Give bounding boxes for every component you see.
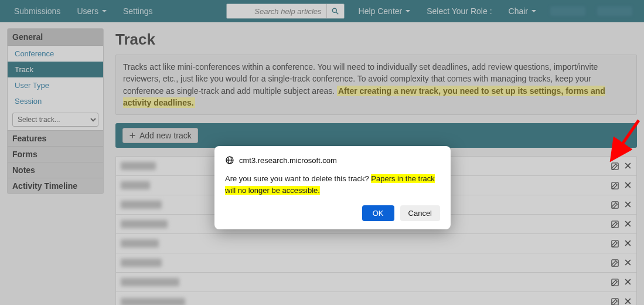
dialog-site: cmt3.research.microsoft.com <box>239 156 337 165</box>
ok-button[interactable]: OK <box>362 205 394 221</box>
cancel-button[interactable]: Cancel <box>400 205 440 221</box>
dialog-message: Are you sure you want to delete this tra… <box>225 173 440 196</box>
globe-icon <box>225 155 234 165</box>
confirm-dialog: cmt3.research.microsoft.com Are you sure… <box>214 146 451 229</box>
